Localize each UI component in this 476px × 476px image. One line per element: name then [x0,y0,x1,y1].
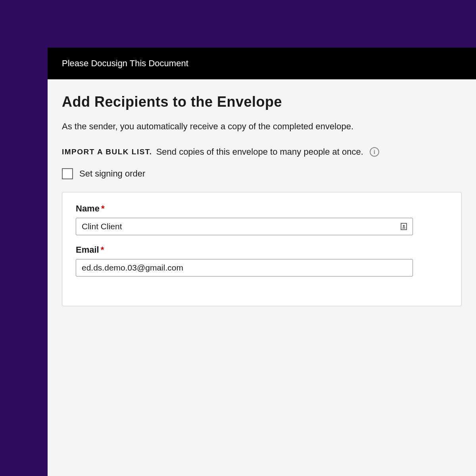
signing-order-row: Set signing order [62,168,462,179]
main-panel: Please Docusign This Document Add Recipi… [48,48,476,476]
import-bulk-link[interactable]: IMPORT A BULK LIST. [62,148,152,156]
bulk-description: Send copies of this envelope to many peo… [156,147,363,157]
email-field-group: Email* [76,245,448,276]
signing-order-label: Set signing order [79,169,145,179]
document-title: Please Docusign This Document [62,58,188,69]
bulk-import-row: IMPORT A BULK LIST. Send copies of this … [62,147,462,157]
name-label: Name* [76,203,448,214]
signing-order-checkbox[interactable] [62,168,73,179]
contact-book-icon[interactable] [399,221,409,232]
email-label: Email* [76,245,448,255]
name-input[interactable] [76,218,413,235]
sender-note: As the sender, you automatically receive… [62,121,462,132]
recipient-card: Name* Email* [62,192,462,306]
info-icon[interactable]: i [370,147,379,157]
name-field-group: Name* [76,203,448,235]
document-header: Please Docusign This Document [48,48,476,79]
content-area: Add Recipients to the Envelope As the se… [48,79,476,306]
required-marker: * [101,245,104,255]
email-input[interactable] [76,259,413,276]
required-marker: * [101,203,105,213]
page-title: Add Recipients to the Envelope [62,94,462,110]
